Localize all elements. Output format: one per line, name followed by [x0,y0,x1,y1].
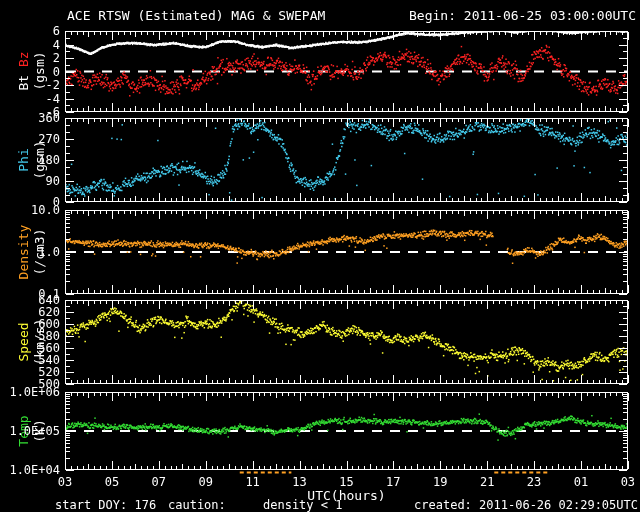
xtick-label: 17 [379,475,407,489]
yaxis-ticks-density: 10.0 1.0 0.1 [0,210,60,294]
begin-timestamp: Begin: 2011-06-25 03:00:00UTC [409,8,636,23]
yaxis-ticks-phi: 360 270 180 90 0 [0,118,60,202]
xtick-label: 05 [98,475,126,489]
footer-caution-label: caution: [168,498,226,512]
xtick-label: 01 [567,475,595,489]
yaxis-ticks-temp: 1.0E+06 1.0E+05 1.0E+04 [0,392,60,470]
xtick-label: 03 [51,475,79,489]
ace-rtsw-plot: ACE RTSW (Estimated) MAG & SWEPAM Begin:… [0,0,640,512]
yaxis-ticks-bt-bz: 6 4 2 0 -2 -4 -6 [0,31,60,112]
footer-start-doy: start DOY: 176 [55,498,156,512]
yaxis-ticks-speed: 640 620 600 580 560 540 520 500 [0,300,60,384]
xtick-label: 11 [239,475,267,489]
xtick-label: 13 [286,475,314,489]
plot-canvas [0,0,640,512]
xtick-label: 07 [145,475,173,489]
xtick-label: 09 [192,475,220,489]
xtick-label: 19 [426,475,454,489]
xtick-label: 15 [332,475,360,489]
xaxis-tick-labels: 03 05 07 09 11 13 15 17 19 21 23 01 03 [51,475,640,489]
xtick-label: 23 [520,475,548,489]
footer-caution-value: density < 1 [263,498,342,512]
footer-created-timestamp: created: 2011-06-26 02:29:05UTC [414,498,638,512]
xtick-label: 21 [473,475,501,489]
xtick-label: 03 [614,475,640,489]
page-title: ACE RTSW (Estimated) MAG & SWEPAM [67,8,325,23]
